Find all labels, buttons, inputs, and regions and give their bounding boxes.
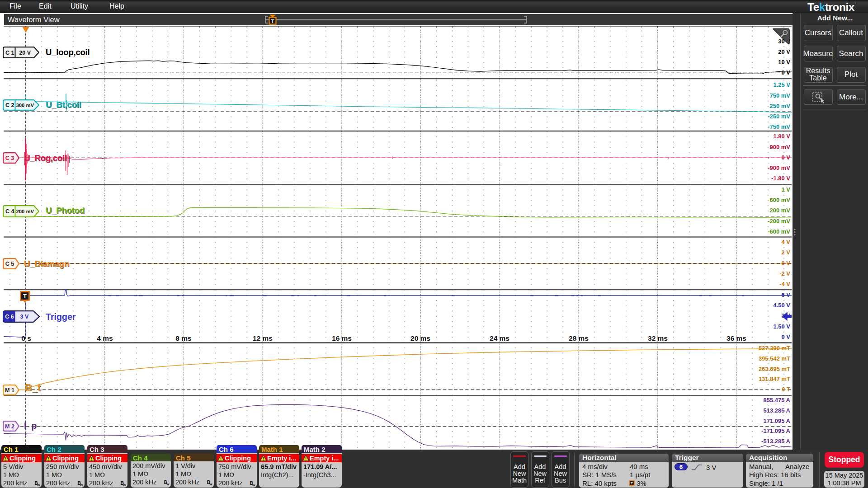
svg-text:C 6: C 6: [5, 314, 14, 320]
svg-text:300 mV: 300 mV: [16, 103, 34, 108]
svg-text:C 4: C 4: [5, 208, 14, 215]
svg-text:M 2: M 2: [5, 423, 14, 430]
svg-text:M 1: M 1: [5, 387, 14, 394]
svg-text:3 V: 3 V: [20, 314, 29, 320]
svg-text:C 3: C 3: [5, 155, 14, 161]
svg-text:200 mV: 200 mV: [16, 209, 34, 214]
svg-text:C 1: C 1: [5, 50, 14, 56]
svg-text:T: T: [23, 293, 27, 300]
svg-text:C 2: C 2: [5, 102, 14, 108]
svg-text:C 5: C 5: [5, 261, 14, 267]
svg-text:T: T: [631, 481, 633, 485]
svg-text:T: T: [271, 19, 274, 24]
svg-text:20 V: 20 V: [19, 50, 31, 56]
